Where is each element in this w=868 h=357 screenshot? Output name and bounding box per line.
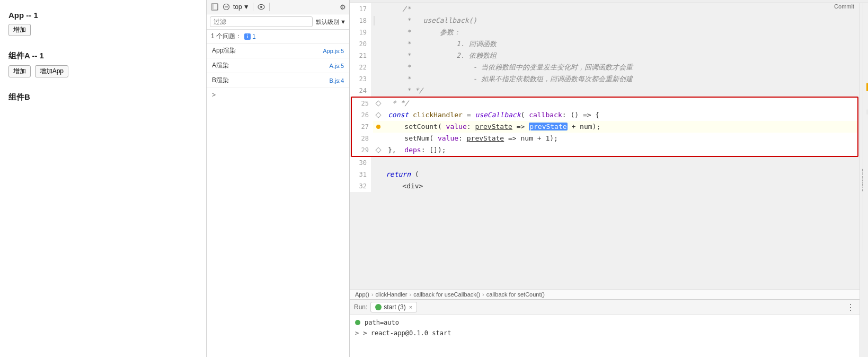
left-panel: App -- 1 增加 组件A -- 1 增加 增加App 组件B: [0, 0, 207, 357]
app-add-button[interactable]: 增加: [8, 24, 31, 36]
code-line-21: 21 * 2. 依赖数组: [350, 50, 860, 62]
line-number: 24: [350, 85, 371, 97]
line-gutter: [373, 133, 384, 144]
toolbar-divider-2: [269, 3, 270, 11]
line-gutter: [371, 3, 382, 15]
code-line-29: 29 }, deps: []);: [352, 144, 857, 156]
severity-dropdown[interactable]: 默认级别 ▼: [316, 18, 346, 26]
line-code: * */: [382, 85, 860, 97]
run-tab[interactable]: start (3) ×: [370, 302, 417, 312]
code-line-25: 25 * */: [352, 98, 857, 109]
chevron-down-icon: ▼: [340, 19, 346, 25]
line-gutter: [373, 144, 384, 156]
code-line-18: 18 * useCallback(): [350, 15, 860, 27]
line-code: [382, 157, 860, 169]
run-options-button[interactable]: ⋮: [846, 302, 855, 312]
problem-name: A渲染: [212, 61, 229, 70]
problem-item-b[interactable]: B渲染 B.js:4: [207, 73, 349, 88]
line-gutter: [371, 15, 382, 27]
line-number: 20: [350, 38, 371, 50]
problems-count-bar: 1 个问题： i 1: [207, 30, 349, 43]
run-bar: Run: start (3) × ⋮: [350, 299, 860, 315]
code-line-26: 26 const clickHandler = useCallback( cal…: [352, 109, 857, 121]
line-number: 22: [350, 62, 371, 73]
breadcrumb-setcount: callback for setCount(): [486, 291, 545, 298]
code-editor[interactable]: Commit 17 /* 18: [350, 3, 860, 289]
chevron-down-icon: ▼: [243, 3, 250, 11]
middle-toolbar: top ▼ ⚙: [207, 0, 349, 14]
problem-file: App.js:5: [323, 48, 344, 54]
badge-count: 1: [252, 33, 256, 40]
code-line-28: 28 setNum( value: prevState => num + 1);: [352, 133, 857, 144]
component-a-add-button[interactable]: 增加: [8, 65, 31, 77]
line-gutter: [373, 109, 384, 121]
line-number: 19: [350, 27, 371, 38]
line-code: const clickHandler = useCallback( callba…: [384, 109, 857, 121]
line-code: setCount( value: prevState => prevState …: [384, 121, 857, 133]
app-section-title: App -- 1: [8, 11, 198, 20]
line-gutter: [371, 85, 382, 97]
terminal-prompt: >: [355, 328, 359, 338]
line-number: 26: [352, 109, 373, 121]
middle-panel: top ▼ ⚙ 默认级别 ▼ 1 个问题： i 1: [207, 0, 350, 357]
line-gutter: [371, 27, 382, 38]
code-line-30: 30: [350, 157, 860, 169]
top-label[interactable]: top ▼: [233, 3, 250, 11]
code-line-17: 17 /*: [350, 3, 860, 15]
line-gutter: [373, 121, 384, 133]
problems-more[interactable]: >: [207, 88, 349, 102]
commit-label: Commit: [834, 3, 854, 10]
line-gutter: [371, 62, 382, 73]
terminal-status-icon: [355, 320, 360, 325]
code-line-23: 23 * - 如果不指定依赖数组，回调函数每次都会重新创建: [350, 73, 860, 85]
toolbar-divider: [253, 3, 253, 11]
line-number: 17: [350, 3, 371, 15]
terminal-area: path=auto > > react-app@0.1.0 start: [350, 315, 860, 357]
line-code: * 参数：: [382, 27, 860, 38]
problem-file: A.js:5: [329, 63, 344, 69]
line-code: setNum( value: prevState => num + 1);: [384, 133, 857, 144]
breadcrumb-sep-2: ›: [410, 291, 412, 298]
breadcrumb-callback: callback for useCallback(): [413, 291, 480, 298]
eye-icon[interactable]: [256, 2, 266, 12]
line-code: * - 当依赖数组中的变量发生变化时，回调函数才会重: [382, 62, 860, 73]
terminal-text-1: path=auto: [365, 317, 399, 328]
problem-name: B渲染: [212, 76, 229, 85]
severity-label: 默认级别: [316, 18, 339, 26]
problems-list: App渲染 App.js:5 A渲染 A.js:5 B渲染 B.js:4 >: [207, 43, 349, 102]
code-line-27: 27 setCount( value: prevState => prevSta…: [352, 121, 857, 133]
breadcrumb-bar: App() › clickHandler › callback for useC…: [350, 289, 860, 299]
problem-item-app[interactable]: App渲染 App.js:5: [207, 43, 349, 58]
terminal-line-2: > > react-app@0.1.0 start: [355, 328, 854, 338]
panel-left-icon[interactable]: [210, 2, 219, 12]
svg-text:i: i: [247, 34, 249, 39]
component-a-add-app-button[interactable]: 增加App: [35, 65, 68, 77]
line-number: 30: [350, 157, 371, 169]
right-panel: Commit 17 /* 18: [350, 0, 868, 357]
line-gutter: [371, 50, 382, 62]
component-a-section-title: 组件A -- 1: [8, 51, 198, 61]
problem-file: B.js:4: [329, 77, 344, 84]
editor-wrapper: Commit 17 /* 18: [350, 3, 868, 357]
line-number: 25: [352, 98, 373, 109]
line-gutter: [371, 180, 382, 192]
run-tab-label: start (3): [384, 303, 405, 311]
terminal-text-2: > react-app@0.1.0 start: [363, 328, 451, 338]
line-code: return (: [382, 169, 860, 180]
problem-name: App渲染: [212, 46, 236, 55]
breadcrumb-sep-1: ›: [371, 291, 374, 298]
gear-icon[interactable]: ⚙: [340, 3, 346, 11]
line-code: * useCallback(): [382, 15, 860, 27]
line-number: 21: [350, 50, 371, 62]
line-number: 18: [350, 15, 371, 27]
filter-input[interactable]: [210, 16, 313, 27]
line-number: 23: [350, 73, 371, 85]
no-icon[interactable]: [222, 2, 231, 12]
run-close-button[interactable]: ×: [409, 304, 412, 310]
line-gutter: [371, 38, 382, 50]
code-line-24: 24 * */: [350, 85, 860, 97]
run-status-icon: [375, 304, 382, 310]
svg-point-5: [260, 6, 262, 8]
problems-count-label: 1 个问题：: [211, 32, 242, 41]
problem-item-a[interactable]: A渲染 A.js:5: [207, 58, 349, 73]
